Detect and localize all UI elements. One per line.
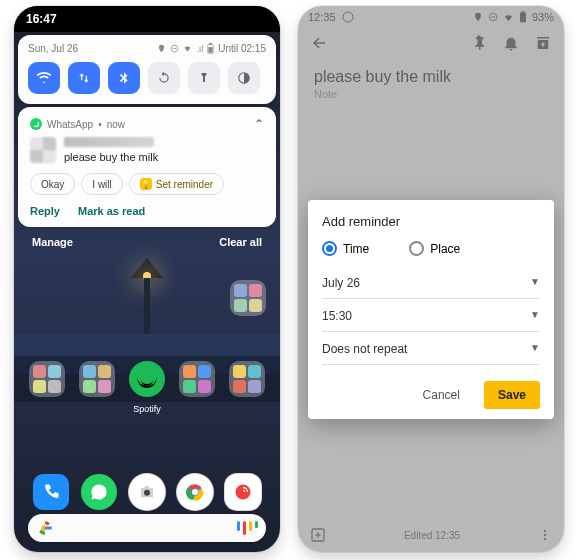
qs-toggle-bluetooth[interactable]	[108, 62, 140, 94]
qs-toggle-darkmode[interactable]	[228, 62, 260, 94]
add-reminder-dialog: Add reminder Time Place July 26▼ 15:30▼ …	[308, 200, 554, 419]
dialog-title: Add reminder	[322, 214, 540, 229]
home-screen: Spotify	[14, 276, 280, 552]
shade-clear-all[interactable]: Clear all	[219, 236, 262, 248]
field-time[interactable]: 15:30▼	[322, 299, 540, 332]
svg-rect-2	[209, 43, 212, 44]
chip-iwill[interactable]: I will	[81, 173, 122, 195]
app-label-spotify: Spotify	[14, 404, 280, 414]
radio-place[interactable]: Place	[409, 241, 460, 256]
action-reply[interactable]: Reply	[30, 205, 60, 217]
shade-manage[interactable]: Manage	[32, 236, 73, 248]
radio-time[interactable]: Time	[322, 241, 369, 256]
dropdown-icon: ▼	[530, 276, 540, 290]
notif-app: WhatsApp	[47, 119, 93, 130]
dnd-icon	[170, 44, 179, 53]
lightbulb-icon: 💡	[140, 178, 152, 190]
status-time: 16:47	[26, 12, 57, 26]
collapse-icon[interactable]: ⌃	[254, 117, 264, 131]
action-mark-read[interactable]: Mark as read	[78, 205, 145, 217]
home-folder-1[interactable]	[29, 361, 65, 397]
qs-status-icons: .ıl Until 02:15	[157, 43, 266, 54]
svg-rect-3	[209, 47, 213, 53]
cancel-button[interactable]: Cancel	[409, 381, 474, 409]
chrome-icon	[186, 483, 204, 501]
assistant-icon[interactable]	[237, 521, 258, 535]
wifi-icon	[36, 70, 52, 86]
wifi-small-icon	[183, 44, 192, 53]
dock-whatsapp[interactable]	[81, 474, 117, 510]
app-spotify[interactable]	[129, 361, 165, 397]
qs-toggle-flashlight[interactable]	[188, 62, 220, 94]
status-bar: 16:47	[14, 6, 280, 32]
quick-settings-panel: Sun, Jul 26 .ıl Until 02:15	[18, 35, 276, 104]
home-folder-4[interactable]	[229, 361, 265, 397]
notif-message: please buy the milk	[64, 151, 158, 163]
camera-icon	[138, 483, 156, 501]
home-folder-2[interactable]	[79, 361, 115, 397]
dock-phone[interactable]	[33, 474, 69, 510]
dock-camera[interactable]	[129, 474, 165, 510]
bluetooth-icon	[117, 71, 131, 85]
data-arrows-icon	[77, 71, 91, 85]
radio-on-icon	[322, 241, 337, 256]
notif-time: now	[107, 119, 125, 130]
home-folder-row	[14, 356, 280, 402]
phone-left: 16:47 Sun, Jul 26 .ıl Until 02:15	[14, 6, 280, 552]
field-date[interactable]: July 26▼	[322, 266, 540, 299]
google-logo-icon	[36, 519, 54, 537]
pocketcasts-icon	[234, 483, 252, 501]
notification-card[interactable]: WhatsApp • now ⌃ please buy the milk Oka…	[18, 107, 276, 227]
sender-name-redacted	[64, 137, 154, 147]
location-icon	[157, 44, 166, 53]
phone-right: 12:35 93% please buy the milk Note Edite…	[298, 6, 564, 552]
whatsapp-icon	[30, 118, 42, 130]
dock	[14, 474, 280, 510]
home-folder-top[interactable]	[230, 280, 266, 316]
dock-chrome[interactable]	[177, 474, 213, 510]
google-search-bar[interactable]	[28, 514, 266, 542]
qs-toggle-data[interactable]	[68, 62, 100, 94]
dropdown-icon: ▼	[530, 342, 540, 356]
qs-toggle-sync[interactable]	[148, 62, 180, 94]
chip-okay[interactable]: Okay	[30, 173, 75, 195]
dropdown-icon: ▼	[530, 309, 540, 323]
dock-pocketcasts[interactable]	[225, 474, 261, 510]
chip-set-reminder[interactable]: 💡Set reminder	[129, 173, 224, 195]
signal-icon: .ıl	[196, 44, 203, 54]
flashlight-icon	[198, 71, 210, 85]
contrast-icon	[237, 71, 251, 85]
radio-off-icon	[409, 241, 424, 256]
whatsapp-icon	[90, 483, 108, 501]
sender-avatar	[30, 137, 56, 163]
svg-point-7	[192, 489, 198, 495]
home-folder-3[interactable]	[179, 361, 215, 397]
sync-icon	[157, 71, 171, 85]
qs-date: Sun, Jul 26	[28, 43, 78, 54]
save-button[interactable]: Save	[484, 381, 540, 409]
qs-until: Until 02:15	[218, 43, 266, 54]
qs-toggle-wifi[interactable]	[28, 62, 60, 94]
field-repeat[interactable]: Does not repeat▼	[322, 332, 540, 365]
wallpaper-lighthouse	[127, 252, 167, 338]
battery-icon	[207, 43, 214, 54]
phone-icon	[42, 483, 60, 501]
